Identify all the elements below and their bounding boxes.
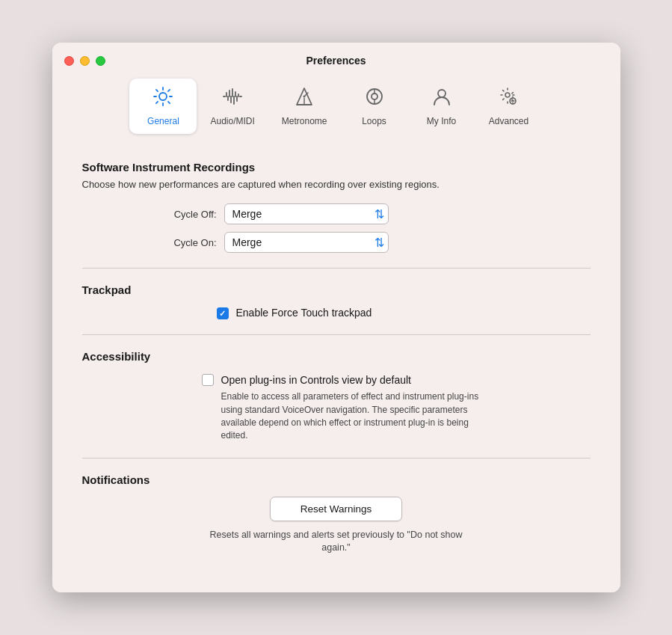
controls-view-label: Open plug-ins in Controls view by defaul… — [221, 374, 411, 386]
maximize-button[interactable] — [96, 56, 105, 66]
cycle-on-select[interactable]: Merge Replace Create Take Folder — [224, 232, 389, 253]
tab-general[interactable]: General — [129, 79, 197, 134]
svg-point-5 — [372, 93, 377, 99]
advanced-gear-icon — [499, 86, 520, 112]
person-icon — [431, 86, 452, 112]
gear-icon — [152, 86, 173, 112]
svg-point-3 — [303, 96, 306, 98]
close-button[interactable] — [64, 56, 74, 66]
section-accessibility: Accessibility Open plug-ins in Controls … — [82, 350, 591, 443]
tab-my-info[interactable]: My Info — [408, 79, 475, 134]
tab-advanced-label: Advanced — [489, 116, 528, 126]
cycle-on-select-wrapper: Merge Replace Create Take Folder ⇅ — [224, 232, 389, 253]
section-software-instrument-desc: Choose how new performances are captured… — [82, 178, 591, 191]
cycle-off-select-wrapper: Merge Replace Create Take Folder ⇅ — [224, 203, 389, 224]
tab-metronome[interactable]: Metronome — [268, 79, 341, 134]
tab-metronome-label: Metronome — [282, 116, 327, 126]
tab-audio-midi[interactable]: Audio/MIDI — [197, 79, 268, 134]
force-touch-label: Enable Force Touch trackpad — [236, 307, 372, 319]
traffic-lights — [64, 56, 105, 66]
section-notifications-title: Notifications — [82, 473, 591, 486]
section-software-instrument: Software Instrument Recordings Choose ho… — [82, 161, 591, 253]
controls-view-text-group: Open plug-ins in Controls view by defaul… — [221, 373, 490, 443]
preferences-window: Preferences General Audio/MIDI — [52, 43, 620, 592]
main-content: Software Instrument Recordings Choose ho… — [52, 146, 620, 592]
section-software-instrument-title: Software Instrument Recordings — [82, 161, 591, 174]
tab-audio-midi-label: Audio/MIDI — [210, 116, 254, 126]
divider-3 — [82, 458, 591, 458]
svg-point-8 — [438, 90, 446, 97]
force-touch-row[interactable]: Enable Force Touch trackpad — [217, 307, 591, 319]
divider-2 — [82, 334, 591, 335]
title-bar: Preferences — [52, 43, 620, 73]
minimize-button[interactable] — [80, 56, 90, 66]
cycle-on-label: Cycle On: — [142, 237, 217, 248]
waveform-icon — [222, 86, 243, 112]
window-title: Preferences — [306, 55, 366, 67]
section-notifications: Notifications Reset Warnings Resets all … — [82, 473, 591, 555]
cycle-off-label: Cycle Off: — [142, 209, 217, 220]
section-trackpad: Trackpad Enable Force Touch trackpad — [82, 283, 591, 319]
metronome-icon — [294, 86, 315, 112]
tab-loops[interactable]: Loops — [341, 79, 408, 134]
toolbar: General Audio/MIDI Metronome — [52, 73, 620, 146]
cycle-off-select[interactable]: Merge Replace Create Take Folder — [224, 203, 389, 224]
controls-view-row[interactable]: Open plug-ins in Controls view by defaul… — [202, 373, 591, 443]
reset-warnings-row: Reset Warnings — [82, 497, 591, 521]
controls-view-desc: Enable to access all parameters of effec… — [221, 390, 490, 443]
cycle-on-row: Cycle On: Merge Replace Create Take Fold… — [142, 232, 591, 253]
controls-view-checkbox[interactable] — [202, 374, 214, 386]
divider-1 — [82, 268, 591, 269]
section-trackpad-title: Trackpad — [82, 283, 591, 296]
cycle-off-row: Cycle Off: Merge Replace Create Take Fol… — [142, 203, 591, 224]
notifications-desc: Resets all warnings and alerts set previ… — [209, 529, 463, 555]
force-touch-checkbox[interactable] — [217, 307, 229, 319]
section-accessibility-title: Accessibility — [82, 350, 591, 363]
reset-warnings-button[interactable]: Reset Warnings — [270, 497, 403, 521]
tab-loops-label: Loops — [362, 116, 386, 126]
tab-my-info-label: My Info — [427, 116, 456, 126]
tab-advanced[interactable]: Advanced — [475, 79, 543, 134]
tab-general-label: General — [147, 116, 179, 126]
loops-icon — [364, 86, 385, 112]
